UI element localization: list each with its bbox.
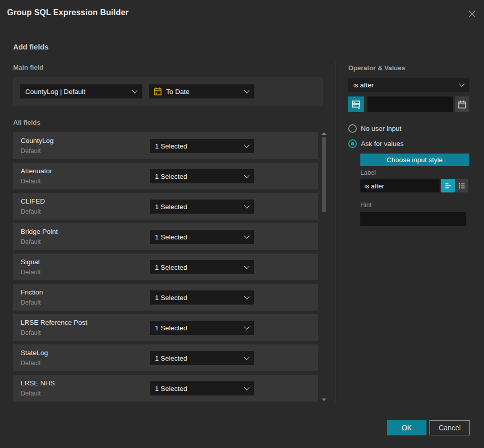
panel-divider: [336, 62, 336, 403]
close-button[interactable]: [466, 8, 478, 20]
field-row: LRSE Reference Post Default 1 Selected: [13, 314, 318, 341]
field-selected-dropdown[interactable]: 1 Selected: [150, 260, 254, 274]
operator-select-value: is after: [353, 81, 374, 89]
field-name: StateLog: [21, 349, 48, 357]
unique-values-button[interactable]: [348, 96, 364, 112]
operator-select[interactable]: is after: [348, 78, 469, 92]
choose-input-style-button[interactable]: Choose input style: [360, 154, 469, 166]
chevron-down-icon: [459, 81, 464, 86]
field-name: Signal: [21, 258, 40, 266]
align-left-icon: [444, 182, 452, 190]
group-sql-expression-builder-dialog: Group SQL Expression Builder Add fields …: [0, 0, 484, 448]
field-name: CLIFED: [21, 197, 45, 205]
chevron-down-icon: [244, 203, 249, 208]
label-input[interactable]: [360, 179, 440, 192]
field-selected-dropdown[interactable]: 1 Selected: [150, 139, 254, 153]
field-row: Bridge Point Default 1 Selected: [13, 223, 318, 250]
bulleted-list-icon: [458, 182, 466, 190]
scroll-down-icon[interactable]: [321, 399, 327, 401]
ok-button[interactable]: OK: [387, 420, 426, 435]
field-type-label: Default: [21, 329, 41, 336]
field-type-label: Default: [21, 269, 41, 276]
hint-input[interactable]: [360, 212, 466, 226]
field-name: Attenuator: [21, 167, 52, 175]
field-selected-value: 1 Selected: [155, 173, 187, 180]
calendar-icon: [458, 101, 466, 109]
label-style-text-button[interactable]: [441, 179, 455, 192]
date-field-select[interactable]: To Date: [149, 84, 254, 98]
field-selected-value: 1 Selected: [155, 385, 187, 392]
field-selected-value: 1 Selected: [155, 142, 187, 150]
date-field-select-value: To Date: [166, 88, 190, 95]
field-type-label: Default: [21, 299, 41, 306]
main-field-panel: CountyLog | Default To Date: [13, 77, 323, 106]
radio-no-user-input[interactable]: No user input: [348, 124, 401, 133]
label-label: Label: [360, 169, 376, 176]
radio-selected-icon: [348, 139, 357, 148]
field-row: LRSE NHS Default 1 Selected: [13, 375, 318, 402]
radio-ask-for-values-label: Ask for values: [361, 140, 404, 147]
scrollbar-thumb[interactable]: [322, 137, 326, 212]
main-field-select[interactable]: CountyLog | Default: [20, 84, 142, 98]
field-selected-dropdown[interactable]: 1 Selected: [150, 381, 254, 395]
chevron-down-icon: [244, 233, 249, 238]
field-selected-value: 1 Selected: [155, 233, 187, 241]
radio-no-user-input-label: No user input: [361, 125, 401, 132]
field-selected-value: 1 Selected: [155, 324, 187, 332]
field-selected-dropdown[interactable]: 1 Selected: [150, 169, 254, 183]
value-input[interactable]: [367, 96, 453, 112]
field-type-label: Default: [21, 208, 41, 215]
field-selected-value: 1 Selected: [155, 264, 187, 271]
main-field-select-value: CountyLog | Default: [25, 88, 85, 95]
field-name: Bridge Point: [21, 228, 58, 235]
all-fields-heading: All fields: [13, 119, 40, 126]
field-type-label: Default: [21, 147, 41, 155]
all-fields-list: CountyLog Default 1 Selected Attenuator …: [13, 132, 318, 405]
chevron-down-icon: [244, 87, 249, 93]
radio-icon: [348, 124, 357, 133]
list-values-icon: [351, 99, 361, 110]
field-type-label: Default: [21, 360, 41, 367]
field-type-label: Default: [21, 178, 41, 185]
field-selected-dropdown[interactable]: 1 Selected: [150, 321, 254, 335]
field-selected-dropdown[interactable]: 1 Selected: [150, 290, 254, 305]
field-row: Friction Default 1 Selected: [13, 284, 318, 311]
value-calendar-button[interactable]: [455, 96, 469, 112]
field-selected-dropdown[interactable]: 1 Selected: [150, 351, 254, 365]
dialog-title: Group SQL Expression Builder: [7, 8, 129, 17]
chevron-down-icon: [244, 142, 249, 147]
chevron-down-icon: [244, 384, 249, 390]
field-row: Signal Default 1 Selected: [13, 254, 318, 280]
calendar-icon: [154, 87, 162, 95]
chevron-down-icon: [244, 293, 249, 299]
dialog-header: Group SQL Expression Builder: [0, 0, 484, 26]
field-type-label: Default: [21, 238, 41, 245]
chevron-down-icon: [244, 172, 249, 178]
field-selected-value: 1 Selected: [155, 203, 187, 211]
field-type-label: Default: [21, 390, 41, 397]
radio-ask-for-values[interactable]: Ask for values: [348, 139, 404, 148]
field-name: LRSE NHS: [21, 379, 55, 387]
chevron-down-icon: [244, 263, 249, 269]
field-name: Friction: [21, 288, 43, 296]
field-row: Attenuator Default 1 Selected: [13, 163, 318, 189]
cancel-button[interactable]: Cancel: [429, 420, 470, 435]
field-selected-value: 1 Selected: [155, 355, 187, 362]
field-row: CountyLog Default 1 Selected: [13, 132, 318, 159]
operator-values-heading: Operator & Values: [348, 64, 405, 72]
field-row: CLIFED Default 1 Selected: [13, 193, 318, 220]
field-selected-dropdown[interactable]: 1 Selected: [150, 230, 254, 244]
chevron-down-icon: [244, 354, 249, 360]
label-style-list-button[interactable]: [455, 179, 468, 192]
field-name: CountyLog: [21, 137, 53, 144]
field-selected-value: 1 Selected: [155, 294, 187, 302]
scroll-up-icon[interactable]: [321, 132, 327, 135]
close-icon: [468, 10, 476, 18]
main-field-heading: Main field: [13, 64, 43, 71]
field-name: LRSE Reference Post: [21, 319, 87, 326]
chevron-down-icon: [244, 324, 249, 329]
chevron-down-icon: [132, 87, 137, 93]
field-selected-dropdown[interactable]: 1 Selected: [150, 200, 254, 214]
field-row: StateLog Default 1 Selected: [13, 344, 318, 371]
hint-label: Hint: [360, 202, 371, 209]
